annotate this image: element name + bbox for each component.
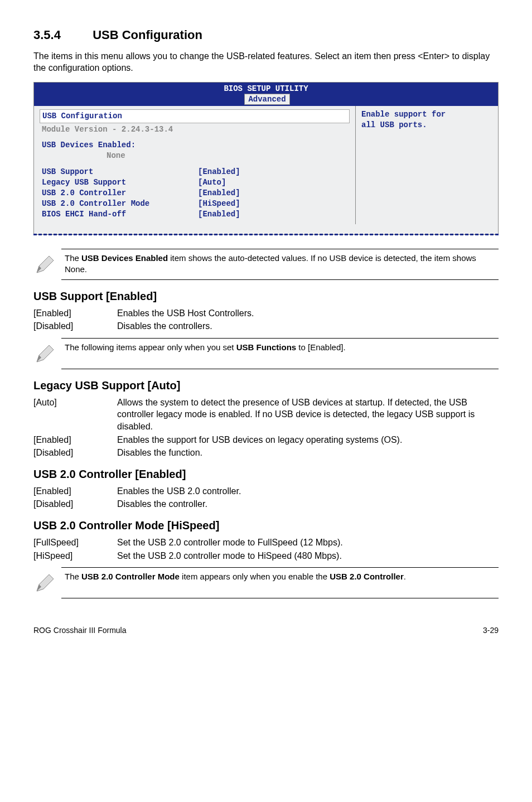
footer-right: 3-29 [483, 625, 499, 636]
bios-config-key: BIOS EHCI Hand-off [40, 209, 198, 220]
note-box: The USB 2.0 Controller Mode item appears… [61, 567, 499, 598]
footer-left: ROG Crosshair III Formula [33, 625, 126, 636]
option-key: [Enabled] [33, 434, 117, 446]
option-key: [Auto] [33, 397, 117, 433]
subheading-legacy-usb: Legacy USB Support [Auto] [33, 378, 499, 393]
bios-help-pane: Enable support for all USB ports. [355, 106, 498, 224]
option-value: Enables the USB Host Controllers. [117, 307, 499, 320]
option-value: Set the USB 2.0 controller mode to HiSpe… [117, 550, 499, 562]
option-key: [Disabled] [33, 447, 117, 459]
note-text: The USB Devices Enabled item shows the a… [65, 253, 499, 276]
pencil-icon [33, 253, 60, 276]
bios-config-row: BIOS EHCI Hand-off [Enabled] [40, 209, 350, 220]
bios-config-row: USB Support [Enabled] [40, 167, 350, 177]
option-row: [Disabled] Disables the controller. [33, 498, 499, 510]
bios-module-version: Module Version - 2.24.3-13.4 [40, 124, 350, 135]
bios-setup-box: BIOS SETUP UTILITY Advanced USB Configur… [33, 82, 499, 235]
option-value: Enables the USB 2.0 controller. [117, 485, 499, 497]
option-row: [Enabled] Enables the support for USB de… [33, 434, 499, 446]
option-key: [Disabled] [33, 320, 117, 332]
subheading-usb-support: USB Support [Enabled] [33, 289, 499, 304]
subheading-usb20-mode: USB 2.0 Controller Mode [HiSpeed] [33, 518, 499, 533]
section-title: USB Configuration [93, 28, 202, 42]
option-value: Disables the controller. [117, 498, 499, 510]
option-value: Set the USB 2.0 controller mode to FullS… [117, 537, 499, 549]
note-text: The USB 2.0 Controller Mode item appears… [65, 571, 499, 582]
option-row: [Enabled] Enables the USB Host Controlle… [33, 307, 499, 320]
option-key: [Disabled] [33, 498, 117, 510]
bios-config-value: [Enabled] [198, 209, 240, 220]
bios-devices-label: USB Devices Enabled: [40, 140, 350, 151]
tear-line [33, 234, 499, 235]
bios-config-key: USB Support [40, 167, 198, 177]
bios-config-value: [HiSpeed] [198, 199, 240, 209]
page-footer: ROG Crosshair III Formula 3-29 [33, 625, 499, 636]
note-text: The following items appear only when you… [65, 342, 499, 353]
option-value: Disables the function. [117, 447, 499, 459]
subheading-usb20: USB 2.0 Controller [Enabled] [33, 467, 499, 482]
bios-config-row: USB 2.0 Controller [Enabled] [40, 188, 350, 199]
option-key: [FullSpeed] [33, 537, 117, 549]
bios-left-pane: USB Configuration Module Version - 2.24.… [34, 106, 355, 224]
bios-header: BIOS SETUP UTILITY Advanced [34, 83, 498, 106]
bios-config-key: USB 2.0 Controller [40, 188, 198, 199]
option-row: [Auto] Allows the system to detect the p… [33, 397, 499, 433]
bios-devices-value: None [40, 151, 350, 161]
bios-help-line: all USB ports. [361, 120, 492, 131]
option-value: Disables the controllers. [117, 320, 499, 332]
bios-config-value: [Enabled] [198, 167, 240, 177]
option-row: [Disabled] Disables the function. [33, 447, 499, 459]
pencil-icon [33, 571, 60, 595]
bios-box-title: USB Configuration [40, 109, 350, 123]
bios-tab-advanced: Advanced [244, 94, 289, 105]
bios-config-value: [Auto] [198, 177, 226, 188]
bios-config-row: Legacy USB Support [Auto] [40, 177, 350, 188]
note-box: The USB Devices Enabled item shows the a… [61, 249, 499, 280]
section-number: 3.5.4 [33, 27, 89, 44]
section-heading: 3.5.4 USB Configuration [33, 27, 499, 44]
option-key: [HiSpeed] [33, 550, 117, 562]
option-row: [Enabled] Enables the USB 2.0 controller… [33, 485, 499, 497]
option-key: [Enabled] [33, 307, 117, 320]
bios-config-key: Legacy USB Support [40, 177, 198, 188]
intro-paragraph: The items in this menu allows you to cha… [33, 50, 499, 74]
bios-help-line: Enable support for [361, 109, 492, 120]
bios-title: BIOS SETUP UTILITY [224, 84, 308, 93]
option-row: [FullSpeed] Set the USB 2.0 controller m… [33, 537, 499, 549]
bios-config-value: [Enabled] [198, 188, 240, 199]
pencil-icon [33, 342, 60, 365]
option-value: Allows the system to detect the presence… [117, 397, 499, 433]
bios-config-row: USB 2.0 Controller Mode [HiSpeed] [40, 199, 350, 209]
bios-config-key: USB 2.0 Controller Mode [40, 199, 198, 209]
option-value: Enables the support for USB devices on l… [117, 434, 499, 446]
note-box: The following items appear only when you… [61, 338, 499, 369]
option-row: [Disabled] Disables the controllers. [33, 320, 499, 332]
option-row: [HiSpeed] Set the USB 2.0 controller mod… [33, 550, 499, 562]
option-key: [Enabled] [33, 485, 117, 497]
